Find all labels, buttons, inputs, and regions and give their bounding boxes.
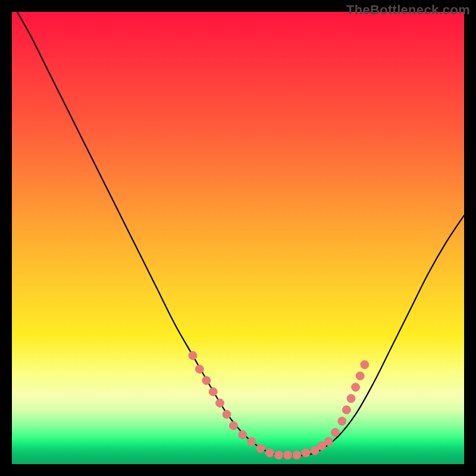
data-marker [331,428,339,437]
data-marker [248,437,256,446]
data-marker [216,399,224,407]
chart-svg [12,12,464,464]
data-marker [352,383,360,392]
data-marker [356,372,364,380]
watermark-text: TheBottleneck.com [346,2,470,18]
data-marker [284,451,292,459]
data-marker [347,394,355,403]
data-marker [342,406,350,414]
data-marker [209,387,217,396]
data-marker [189,352,197,360]
data-marker [293,451,301,459]
data-marker [338,417,346,425]
data-marker [274,451,283,459]
chart-frame: TheBottleneck.com [0,0,476,476]
marker-group [189,352,369,459]
data-marker [202,376,211,384]
data-marker [256,444,265,452]
bottleneck-curve [12,3,464,456]
data-marker [265,449,274,457]
data-marker [361,361,369,369]
data-marker [324,437,333,446]
data-marker [302,449,310,457]
data-marker [223,410,231,418]
data-marker [239,431,247,439]
data-marker [229,421,237,430]
plot-area [12,12,464,464]
data-marker [195,365,203,373]
